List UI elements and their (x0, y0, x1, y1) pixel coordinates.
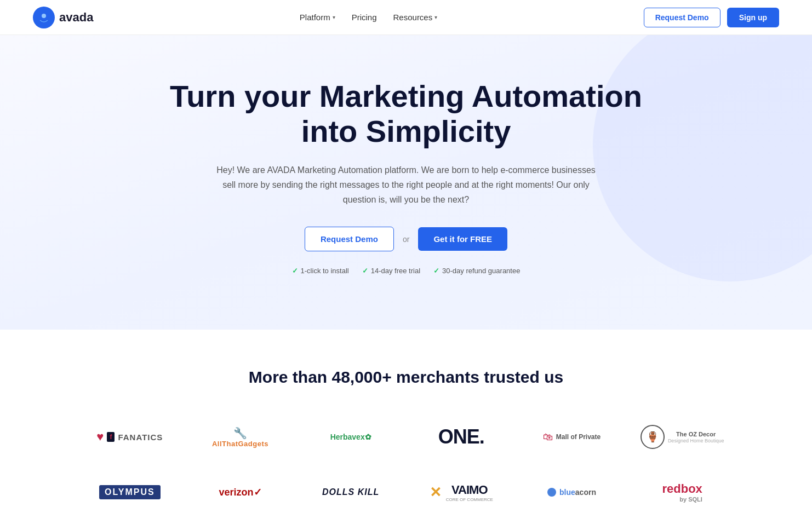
hero-cta-group: Request Demo or Get it for FREE (33, 227, 779, 251)
allgadgets-label: AllThatGadgets (212, 440, 268, 448)
badge-trial: ✓ 14-day free trial (362, 267, 420, 275)
redbox-sqli-label: by SQLI (662, 496, 702, 503)
brand-dolls-kill: DOLLS KILL (298, 476, 403, 508)
logo-text: avada (59, 10, 93, 25)
oz-label: The OZ Decor (668, 430, 724, 438)
hero-request-demo-button[interactable]: Request Demo (305, 227, 394, 251)
mall-label: Mall of Private (556, 433, 601, 441)
oz-circle-icon: 🏺 (641, 425, 665, 449)
hero-get-free-button[interactable]: Get it for FREE (418, 227, 507, 251)
vaimo-x-icon: ✕ (430, 484, 442, 501)
check-icon-2: ✓ (362, 267, 368, 275)
fanatics-f: f (107, 432, 115, 442)
olympus-label: OLYMPUS (99, 485, 161, 499)
brand-fanatics: ♥ f FANATICS (77, 419, 182, 455)
dollskill-label: DOLLS KILL (322, 487, 379, 497)
nav-resources[interactable]: Resources ▾ (393, 13, 438, 22)
blueacorn-dot-icon (547, 488, 556, 497)
badge-install: ✓ 1-click to install (292, 267, 349, 275)
nav-links: Platform ▾ Pricing Resources ▾ (300, 13, 437, 22)
brand-mall-of-private: 🛍 Mall of Private (519, 420, 625, 454)
brand-redbox: redbox by SQLI (630, 471, 735, 514)
hero-or-text: or (403, 235, 409, 244)
blueacorn-label: blueacorn (559, 488, 596, 497)
oz-sublabel: Designed Home Boutique (668, 438, 724, 443)
navbar: avada Platform ▾ Pricing Resources ▾ Req… (0, 0, 812, 35)
fanatics-label: FANATICS (118, 433, 163, 442)
brand-allgadgets: 🔧 AllThatGadgets (188, 416, 293, 459)
brand-logo-grid: ♥ f FANATICS 🔧 AllThatGadgets Herbavex✿ … (77, 414, 735, 514)
svg-point-1 (42, 14, 46, 18)
brand-blue-acorn: blueacorn (519, 477, 625, 508)
heart-icon: ♥ (96, 430, 104, 444)
brand-one: ONE. (409, 414, 514, 459)
herbavex-label: Herbavex✿ (330, 433, 371, 441)
brand-herbavex: Herbavex✿ (298, 422, 403, 452)
nav-signup-button[interactable]: Sign up (727, 8, 779, 27)
hero-subtitle: Hey! We are AVADA Marketing Automation p… (214, 163, 598, 208)
nav-request-demo-button[interactable]: Request Demo (644, 8, 720, 27)
hero-badges: ✓ 1-click to install ✓ 14-day free trial… (33, 267, 779, 275)
vaimo-sublabel: CORE OF COMMERCE (446, 497, 493, 502)
nav-pricing[interactable]: Pricing (352, 13, 377, 22)
verizon-label: verizon✓ (219, 486, 261, 498)
resources-chevron-icon: ▾ (434, 14, 437, 20)
redbox-label: redbox (662, 482, 702, 496)
brand-verizon: verizon✓ (188, 475, 293, 509)
one-label: ONE. (438, 425, 484, 448)
hero-title: Turn your Marketing Automation into Simp… (159, 79, 653, 149)
check-icon-1: ✓ (292, 267, 298, 275)
trusted-title: More than 48,000+ merchants trusted us (33, 368, 779, 387)
brand-olympus: OLYMPUS (77, 474, 182, 510)
mall-icon: 🛍 (543, 431, 553, 443)
hero-section: Turn your Marketing Automation into Simp… (0, 35, 812, 330)
badge-refund: ✓ 30-day refund guarantee (433, 267, 520, 275)
gadgets-icon: 🔧 (212, 427, 268, 440)
nav-actions: Request Demo Sign up (644, 8, 779, 27)
logo-icon (33, 7, 55, 28)
nav-platform[interactable]: Platform ▾ (300, 13, 335, 22)
brand-oz-decor: 🏺 The OZ Decor Designed Home Boutique (630, 414, 735, 460)
check-icon-3: ✓ (433, 267, 439, 275)
brand-vaimo: ✕ VAIMO CORE OF COMMERCE (409, 472, 514, 513)
vaimo-label: VAIMO (451, 483, 487, 497)
trusted-section: More than 48,000+ merchants trusted us ♥… (0, 330, 812, 530)
platform-chevron-icon: ▾ (333, 14, 335, 20)
logo[interactable]: avada (33, 7, 93, 28)
